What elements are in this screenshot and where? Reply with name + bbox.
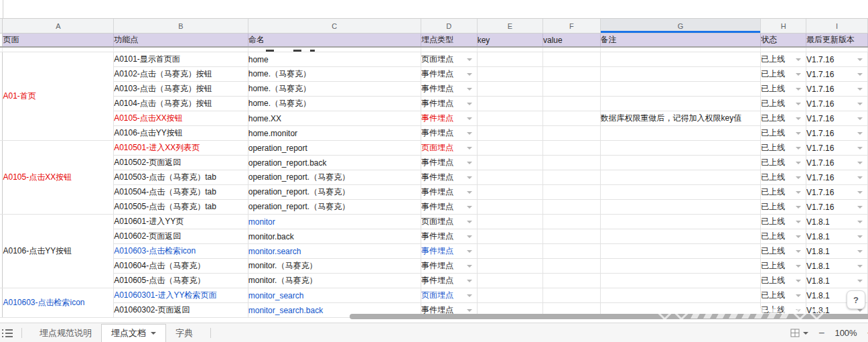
cell-naming[interactable]: home.（马赛克） [248, 67, 421, 82]
field-header-E[interactable]: key [477, 34, 542, 48]
dropdown-arrow-icon[interactable] [467, 235, 472, 238]
cell-value[interactable] [543, 229, 601, 244]
cell-naming[interactable]: home [248, 52, 421, 67]
cell-key[interactable] [477, 111, 542, 126]
horizontal-scrollbar-thumb[interactable] [350, 314, 868, 319]
cell-key[interactable] [477, 215, 542, 229]
cell-version[interactable]: V1.8.1 [806, 229, 868, 244]
cell-remark[interactable] [600, 141, 761, 156]
cell-feature[interactable]: A010502-页面返回 [114, 156, 248, 170]
cell-key[interactable] [477, 274, 542, 288]
dropdown-arrow-icon[interactable] [467, 250, 472, 253]
cell-value[interactable] [543, 126, 601, 141]
cell-value[interactable] [543, 141, 601, 156]
column-header-D[interactable]: D [421, 19, 477, 34]
cell-version[interactable]: V1.7.16 [806, 170, 868, 185]
cell-feature[interactable]: A010501-进入XX列表页 [114, 141, 248, 156]
cell-value[interactable] [543, 82, 601, 97]
cell-feature[interactable]: A0104-点击（马赛克）按钮 [114, 97, 248, 111]
field-header-C[interactable]: 命名 [248, 34, 421, 48]
cell-naming[interactable]: home.monitor [248, 126, 421, 141]
cell-feature[interactable]: A010505-点击（马赛克）tab [114, 200, 248, 215]
cell-naming[interactable]: operation_report.（马赛克） [248, 185, 421, 200]
cell-value[interactable] [543, 185, 601, 200]
dropdown-arrow-icon[interactable] [796, 309, 801, 312]
cell-value[interactable] [543, 170, 601, 185]
column-header-E[interactable]: E [477, 19, 542, 34]
sheet-tab-dict[interactable]: 字典 [166, 323, 202, 342]
field-header-H[interactable]: 状态 [761, 34, 806, 48]
dropdown-arrow-icon[interactable] [467, 221, 472, 223]
dropdown-arrow-icon[interactable] [467, 132, 472, 135]
cell-key[interactable] [477, 52, 542, 67]
cell-status[interactable]: 已上线 [761, 274, 806, 288]
dropdown-arrow-icon[interactable] [796, 235, 801, 238]
cell-value[interactable] [543, 259, 601, 274]
cell-value[interactable] [543, 274, 601, 288]
dropdown-arrow-icon[interactable] [857, 58, 863, 61]
field-header-D[interactable]: 埋点类型 [421, 34, 477, 48]
dropdown-arrow-icon[interactable] [467, 103, 472, 105]
dropdown-arrow-icon[interactable] [857, 265, 863, 268]
cell-remark[interactable] [600, 185, 761, 200]
cell-status[interactable]: 已上线 [761, 185, 806, 200]
cell-naming[interactable]: home.（马赛克） [248, 97, 421, 111]
dropdown-arrow-icon[interactable] [857, 132, 863, 135]
cell-remark[interactable] [600, 215, 761, 229]
sheet-tab-doc[interactable]: 埋点文档 [101, 324, 166, 342]
cell-key[interactable] [477, 67, 542, 82]
column-header-H[interactable]: H [761, 19, 806, 34]
dropdown-arrow-icon[interactable] [796, 265, 801, 268]
cell-key[interactable] [477, 244, 542, 259]
cell-naming[interactable]: operation_report [248, 141, 421, 156]
cell-remark[interactable] [600, 244, 761, 259]
cell-remark[interactable] [600, 67, 761, 82]
cell-version[interactable]: V1.8.1 [806, 244, 868, 259]
dropdown-arrow-icon[interactable] [467, 58, 472, 61]
cell-type[interactable]: 页面埋点 [421, 215, 477, 229]
dropdown-arrow-icon[interactable] [467, 73, 472, 76]
cell-feature[interactable]: A01060301-进入YY检索页面 [114, 288, 248, 303]
dropdown-arrow-icon[interactable] [796, 103, 801, 105]
cell-type[interactable]: 事件埋点 [421, 126, 477, 141]
cell-version[interactable]: V1.8.1 [806, 259, 868, 274]
cell-status[interactable]: 已上线 [761, 156, 806, 170]
grid-view-button[interactable] [790, 329, 808, 338]
cell-remark[interactable] [600, 229, 761, 244]
cell-remark[interactable] [600, 288, 761, 303]
clipped-row-cell[interactable] [248, 47, 421, 52]
cell-key[interactable] [477, 170, 542, 185]
dropdown-arrow-icon[interactable] [796, 58, 801, 61]
cell-page-group[interactable]: A01-首页 [3, 52, 114, 141]
dropdown-arrow-icon[interactable] [796, 250, 801, 253]
cell-version[interactable]: V1.8.1 [806, 274, 868, 288]
dropdown-arrow-icon[interactable] [857, 147, 863, 150]
cell-version[interactable]: V1.7.16 [806, 126, 868, 141]
cell-type[interactable]: 事件埋点 [421, 67, 477, 82]
column-header-F[interactable]: F [543, 19, 601, 34]
dropdown-arrow-icon[interactable] [796, 191, 801, 194]
cell-remark[interactable] [600, 170, 761, 185]
cell-key[interactable] [477, 156, 542, 170]
dropdown-arrow-icon[interactable] [796, 117, 801, 120]
cell-naming[interactable]: home.（马赛克） [248, 82, 421, 97]
cell-status[interactable]: 已上线 [761, 111, 806, 126]
clipped-row-cell[interactable] [477, 47, 542, 52]
cell-value[interactable] [543, 215, 601, 229]
cell-status[interactable]: 已上线 [761, 215, 806, 229]
cell-value[interactable] [543, 97, 601, 111]
cell-version[interactable]: V1.7.16 [806, 52, 868, 67]
dropdown-arrow-icon[interactable] [796, 132, 801, 135]
dropdown-arrow-icon[interactable] [467, 280, 472, 282]
cell-status[interactable]: 已上线 [761, 259, 806, 274]
sheet-tab-spec[interactable]: 埋点规范说明 [30, 323, 101, 342]
cell-key[interactable] [477, 97, 542, 111]
cell-feature[interactable]: A0101-显示首页面 [114, 52, 248, 67]
all-sheets-icon[interactable] [2, 329, 13, 337]
cell-type[interactable]: 事件埋点 [421, 274, 477, 288]
clipped-row-cell[interactable] [761, 47, 806, 52]
field-header-I[interactable]: 最后更新版本 [806, 34, 868, 48]
cell-naming[interactable]: monitor [248, 215, 421, 229]
dropdown-arrow-icon[interactable] [467, 88, 472, 91]
cell-remark[interactable] [600, 156, 761, 170]
